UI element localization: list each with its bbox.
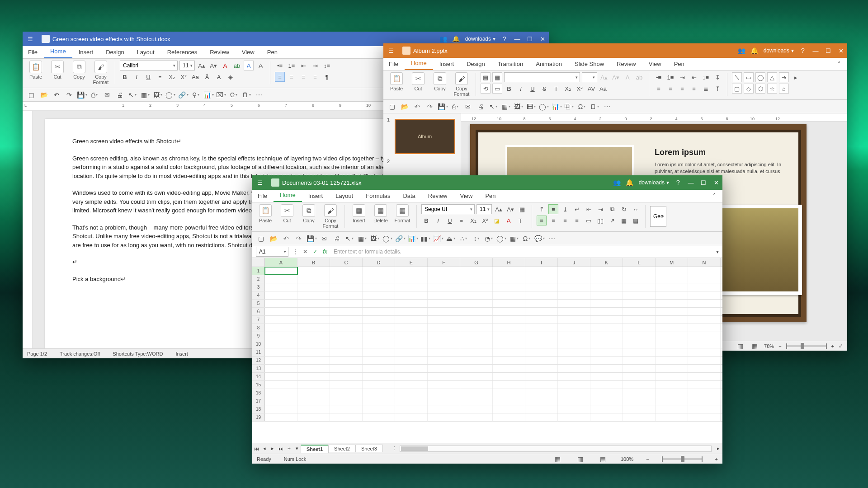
cell[interactable] [395,365,428,372]
tab-pen[interactable]: Pen [261,47,284,58]
cell[interactable] [395,324,428,332]
cell[interactable] [297,267,330,275]
cell[interactable] [558,308,590,315]
cell[interactable] [330,381,363,389]
cell[interactable] [493,365,525,372]
cell[interactable] [363,300,395,307]
cell[interactable] [330,275,363,283]
copy-button[interactable]: ⧉Copy [70,61,89,80]
sheet-tab[interactable]: Sheet2 [328,445,356,452]
view-sorter-icon[interactable]: ▦ [750,341,760,351]
cell[interactable] [265,291,297,299]
cell[interactable] [590,300,623,307]
font-size-combo[interactable] [582,72,597,82]
undo-icon[interactable]: ↶ [281,234,291,244]
cell[interactable] [428,291,460,299]
mail-icon[interactable]: ✉ [319,234,329,244]
cell[interactable] [297,389,330,397]
cell[interactable] [525,405,558,413]
undo-icon[interactable]: ↶ [412,102,422,112]
slide-thumbnail[interactable]: Album [395,119,455,154]
fit-icon[interactable]: ⤢ [839,343,843,349]
cell[interactable] [460,413,493,421]
superscript-button[interactable]: X² [179,72,189,82]
copy-format-button[interactable]: 🖌Copy Format [91,61,110,85]
note-icon[interactable]: 🗒 [241,90,251,100]
horizontal-ruler[interactable]: 12108642024681012 [461,113,847,122]
cell[interactable] [428,283,460,291]
column-header[interactable]: H [493,258,525,267]
cell[interactable] [330,348,363,356]
tab-references[interactable]: References [161,47,203,58]
tab-design[interactable]: Design [99,47,130,58]
cell[interactable] [525,300,558,307]
cell[interactable] [656,267,688,275]
row-header[interactable]: 6 [252,308,265,315]
add-sheet-icon[interactable]: ＋ [285,445,293,452]
cell[interactable] [525,275,558,283]
table-icon[interactable]: ▦ [140,90,150,100]
row-header[interactable]: 4 [252,291,265,299]
cell[interactable] [395,357,428,364]
spreadsheet-titlebar[interactable]: ☰ Documents 03-01 125721.xlsx 👥 🔔 downlo… [252,175,722,190]
cell[interactable] [525,365,558,372]
new-doc-icon[interactable]: ▢ [26,90,36,100]
cell[interactable] [558,267,590,275]
align-left-icon[interactable]: ≡ [654,84,664,94]
cell[interactable] [688,283,721,291]
subscript-button[interactable]: X₂ [167,72,177,82]
help-icon[interactable]: ? [797,44,809,57]
align-left-icon[interactable]: ≡ [537,216,547,225]
cell[interactable] [558,283,590,291]
cell[interactable] [330,365,363,372]
cell[interactable] [493,373,525,380]
copy-button[interactable]: ⧉Copy [430,72,449,91]
cell[interactable] [330,267,363,275]
cell[interactable] [460,316,493,324]
cell[interactable] [363,340,395,348]
italic-button[interactable]: I [516,84,526,94]
cell[interactable] [623,308,656,315]
cell[interactable] [265,316,297,324]
font-name-combo[interactable]: Segoe UI [421,204,475,214]
downloads-menu[interactable]: downloads ▾ [636,179,672,186]
cell[interactable] [656,373,688,380]
cancel-icon[interactable]: ✕ [300,247,310,257]
cell[interactable] [297,283,330,291]
tab-pen[interactable]: Pen [668,59,691,70]
cell[interactable] [395,283,428,291]
cell[interactable] [688,275,721,283]
mail-icon[interactable]: ✉ [463,102,473,112]
cell[interactable] [363,316,395,324]
column-header[interactable]: G [460,258,493,267]
cell[interactable] [460,332,493,340]
cell[interactable] [493,308,525,315]
horizontal-scrollbar[interactable] [400,446,712,452]
cell[interactable] [558,275,590,283]
cell[interactable] [460,365,493,372]
shrink-font-icon[interactable]: A▾ [505,204,515,214]
cell[interactable] [395,275,428,283]
cell[interactable] [558,405,590,413]
cell[interactable] [330,308,363,315]
zoom-in-icon[interactable]: + [715,456,718,462]
align-justify-icon[interactable]: ≡ [689,84,699,94]
cell[interactable] [460,267,493,275]
shrink-font-icon[interactable]: A▾ [208,61,218,70]
fx-icon[interactable]: fx [320,247,330,257]
cell[interactable] [265,405,297,413]
cell[interactable] [558,413,590,421]
cell[interactable] [590,275,623,283]
bold-button[interactable]: B [120,72,130,82]
column-header[interactable]: B [297,258,330,267]
image-icon[interactable]: 🖼 [514,102,524,112]
underline-button[interactable]: U [143,72,153,82]
cell[interactable] [688,397,721,405]
zoom-slider[interactable] [662,458,703,460]
comment-icon[interactable]: 💬 [534,234,544,244]
outdent-icon[interactable]: ⇤ [689,72,699,82]
font-color-icon[interactable]: A [504,216,514,225]
cell[interactable] [460,324,493,332]
cell[interactable] [688,332,721,340]
page-indicator[interactable]: Page 1/2 [27,351,47,357]
